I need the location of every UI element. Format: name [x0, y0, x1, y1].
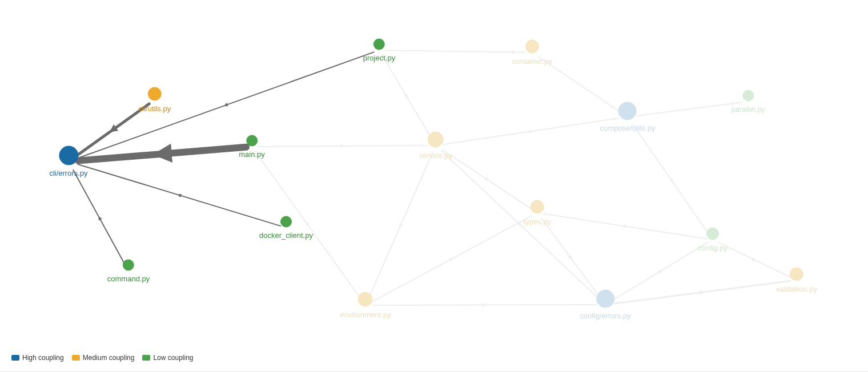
edge-layer: [0, 0, 868, 372]
legend-medium-label: Medium coupling: [83, 354, 135, 362]
node-dot[interactable]: [123, 260, 134, 271]
edge: [373, 305, 596, 305]
node-dot[interactable]: [428, 132, 444, 148]
graph-node[interactable]: config.py: [698, 228, 728, 252]
edge: [614, 281, 790, 304]
edge: [372, 216, 531, 302]
node-dot[interactable]: [706, 228, 719, 240]
legend-low-label: Low coupling: [153, 354, 193, 362]
node-label: cli/errors.py: [49, 169, 87, 177]
legend-low[interactable]: Low coupling: [142, 354, 193, 362]
node-label: environment.py: [340, 310, 391, 319]
legend-high[interactable]: High coupling: [11, 354, 64, 362]
graph-node[interactable]: types.py: [524, 200, 551, 226]
graph-node[interactable]: config/errors.py: [580, 290, 631, 320]
node-dot[interactable]: [790, 268, 803, 281]
node-label: parallel.py: [731, 105, 765, 114]
node-dot[interactable]: [280, 216, 292, 228]
edge: [544, 214, 706, 239]
node-label: container.py: [512, 57, 552, 66]
graph-node[interactable]: command.py: [107, 260, 150, 283]
node-dot[interactable]: [525, 40, 539, 54]
node-label: config.py: [698, 244, 728, 252]
node-label: validation.py: [776, 285, 817, 293]
edge: [541, 219, 600, 297]
graph-node[interactable]: main.py: [239, 135, 265, 159]
legend-medium-swatch: [72, 355, 80, 361]
node-label: docker_client.py: [259, 231, 313, 240]
edge: [385, 50, 525, 52]
edge: [73, 170, 126, 266]
node-dot[interactable]: [596, 290, 614, 308]
node-dot[interactable]: [618, 102, 637, 120]
edge: [444, 118, 618, 144]
graph-node[interactable]: project.py: [363, 39, 395, 62]
node-label: command.py: [107, 274, 150, 283]
graph-canvas[interactable]: cli/errors.pycli/utils.pymain.pyproject.…: [0, 0, 868, 372]
legend-low-swatch: [142, 355, 150, 361]
node-label: project.py: [363, 54, 395, 62]
graph-node[interactable]: container.py: [512, 40, 552, 66]
node-dot[interactable]: [59, 146, 78, 165]
node-label: config/errors.py: [580, 312, 631, 320]
edge: [258, 145, 428, 147]
node-dot[interactable]: [358, 292, 373, 307]
graph-node[interactable]: docker_client.py: [259, 216, 313, 240]
node-dot[interactable]: [373, 39, 385, 50]
edge: [368, 153, 432, 298]
edge: [633, 124, 709, 234]
edge: [78, 147, 246, 161]
graph-node[interactable]: cli/errors.py: [49, 146, 87, 177]
node-label: cli/utils.py: [139, 104, 171, 113]
graph-node[interactable]: compose/utils.py: [600, 102, 656, 132]
edge: [382, 55, 432, 139]
edge: [78, 164, 280, 226]
graph-node[interactable]: environment.py: [340, 292, 391, 319]
legend-medium[interactable]: Medium coupling: [72, 354, 135, 362]
legend: High coupling Medium coupling Low coupli…: [11, 354, 194, 362]
graph-node[interactable]: parallel.py: [731, 90, 765, 114]
node-label: types.py: [524, 217, 551, 226]
node-dot[interactable]: [742, 90, 754, 102]
graph-node[interactable]: service.py: [419, 132, 453, 160]
node-dot[interactable]: [531, 200, 544, 214]
edge: [443, 150, 532, 209]
node-dot[interactable]: [246, 135, 258, 147]
legend-high-label: High coupling: [22, 354, 64, 362]
graph-node[interactable]: cli/utils.py: [139, 87, 171, 113]
edge: [441, 151, 598, 298]
edge: [78, 52, 374, 158]
node-label: compose/utils.py: [600, 124, 656, 132]
node-label: service.py: [419, 151, 453, 160]
node-dot[interactable]: [148, 87, 162, 101]
graph-node[interactable]: validation.py: [776, 268, 817, 293]
legend-high-swatch: [11, 355, 19, 361]
node-label: main.py: [239, 150, 265, 159]
